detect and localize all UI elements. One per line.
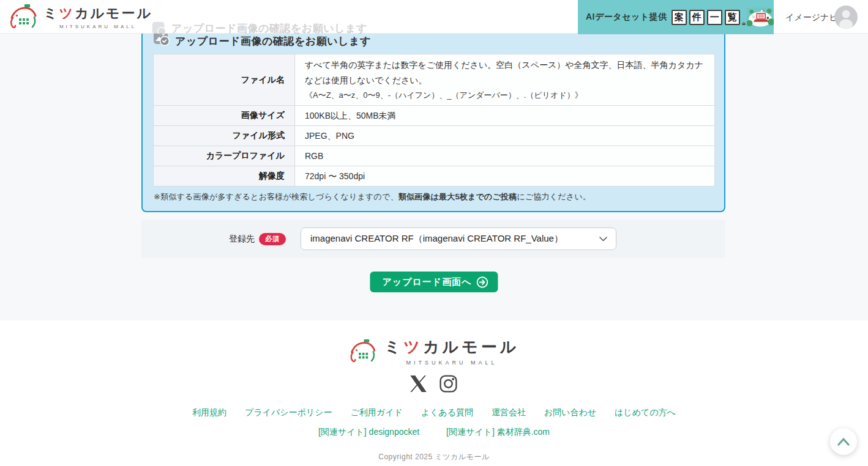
spec-row-value: すべて半角の英字または数字をご使用ください。空白（スペース）や全角文字、日本語、… — [294, 54, 714, 105]
footer-link[interactable]: ご利用ガイド — [350, 407, 402, 417]
spec-row-label: ファイル名 — [154, 54, 294, 105]
copyright-text: Copyright 2025 ミツカルモール — [0, 452, 868, 462]
user-name-label: イメージナビ — [785, 12, 838, 23]
site-logo[interactable]: ミツカルモール MITSUKARU MALL — [9, 3, 152, 30]
register-label: 登録先 — [229, 234, 255, 245]
required-badge: 必須 — [259, 233, 286, 245]
logo-subtitle: MITSUKARU MALL — [43, 24, 152, 29]
site-header: ミツカルモール MITSUKARU MALL アップロード画像の確認をお願いしま… — [0, 0, 868, 34]
mitsukaru-home-icon — [349, 338, 377, 364]
footer-link[interactable]: はじめての方へ — [615, 407, 676, 417]
scroll-to-top-button[interactable] — [830, 428, 857, 455]
logo-text: ミツカルモール MITSUKARU MALL — [43, 4, 152, 29]
x-icon — [410, 375, 427, 392]
chevron-up-icon — [836, 437, 851, 446]
register-destination-row: 登録先 必須 imagenavi CREATOR RF（imagenavi CR… — [141, 220, 725, 258]
spec-table: ファイル名 すべて半角の英字または数字をご使用ください。空白（スペース）や全角文… — [153, 54, 715, 187]
spec-row-label: 解像度 — [154, 166, 294, 186]
footer-link[interactable]: よくある質問 — [421, 407, 473, 417]
spec-row-label: ファイル形式 — [154, 125, 294, 146]
similar-images-note: ※類似する画像が多すぎるとお客様が検索しづらくなりますので、類似画像は最大5枚ま… — [154, 191, 591, 202]
spec-row-value: 100KB以上、50MB未満 — [294, 105, 714, 125]
tag-icon — [742, 20, 746, 27]
spec-row-label: 画像サイズ — [154, 105, 294, 125]
spec-row-value: 72dpi 〜 350dpi — [294, 166, 714, 186]
instagram-icon — [439, 374, 458, 393]
spec-row-label: カラープロファイル — [154, 146, 294, 166]
ai-dataset-banner[interactable]: AIデータセット提供 案 件 一 覧 — [578, 0, 774, 34]
section-title-ghost: アップロード画像の確認をお願いします — [152, 21, 367, 35]
upload-confirm-panel: アップロード画像の確認をお願いします ファイル名 すべて半角の英字または数字をご… — [141, 18, 725, 212]
banner-label: AIデータセット提供 — [586, 12, 667, 23]
related-site-link[interactable]: [関連サイト] designpocket — [318, 427, 419, 437]
footer-link[interactable]: お問い合わせ — [544, 407, 596, 417]
related-site-link[interactable]: [関連サイト] 素材辞典.com — [446, 427, 550, 437]
user-avatar[interactable] — [834, 6, 858, 29]
spec-row-value: RGB — [294, 146, 714, 166]
section-title: アップロード画像の確認をお願いします — [175, 34, 371, 48]
footer-logo[interactable]: ミツカルモール MITSUKARU MALL — [349, 336, 520, 366]
instagram-link[interactable] — [439, 374, 458, 393]
footer-link[interactable]: 利用規約 — [192, 407, 226, 417]
footer-link[interactable]: 運営会社 — [492, 407, 526, 417]
x-twitter-link[interactable] — [410, 375, 427, 392]
footer-link[interactable]: プライバシーポリシー — [245, 407, 332, 417]
mitsukaru-home-icon — [9, 3, 38, 30]
social-links — [410, 374, 458, 393]
banner-illustration — [747, 0, 774, 34]
arrow-right-circle-icon — [477, 276, 488, 288]
person-icon — [834, 6, 858, 29]
go-to-upload-button[interactable]: アップロード画面へ — [370, 272, 498, 292]
banner-boxed-chars: 案 件 一 覧 — [672, 10, 740, 25]
related-sites-nav: [関連サイト] designpocket [関連サイト] 素材辞典.com — [0, 427, 868, 438]
footer-logo-text: ミツカルモール MITSUKARU MALL — [384, 336, 520, 366]
chevron-down-icon — [599, 237, 607, 242]
site-footer: ミツカルモール MITSUKARU MALL 利用規約 プライバシーポリシー ご… — [0, 320, 868, 466]
footer-nav: 利用規約 プライバシーポリシー ご利用ガイド よくある質問 運営会社 お問い合わ… — [0, 407, 868, 418]
spec-row-value: JPEG、PNG — [294, 125, 714, 146]
register-destination-select[interactable]: imagenavi CREATOR RF（imagenavi CREATOR R… — [301, 227, 616, 250]
